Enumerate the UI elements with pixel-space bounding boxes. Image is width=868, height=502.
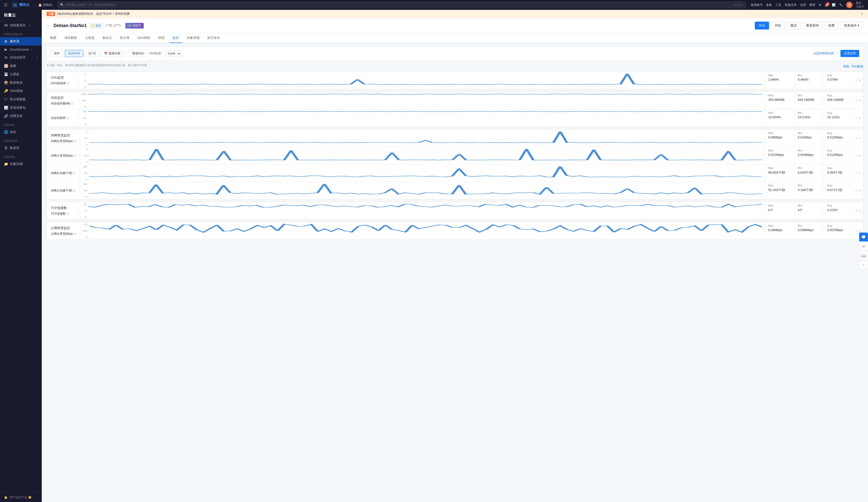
24h-button[interactable]: 近24小时: [65, 50, 83, 57]
nav-support[interactable]: 客服支持: [785, 3, 796, 7]
sidebar-item-object-storage[interactable]: 📁 对象存储: [0, 160, 42, 168]
tab-monitor[interactable]: 监控: [169, 33, 182, 43]
metric-info-icon[interactable]: ⓘ: [71, 102, 73, 106]
gear-icon[interactable]: 🔧: [839, 3, 843, 7]
expand-icon[interactable]: ⤢: [855, 136, 858, 140]
sidebar-item-game-zone[interactable]: 🎮 游戏服务区 ↗: [0, 21, 42, 30]
metric-info-icon[interactable]: ⓘ: [66, 82, 69, 85]
reset-password-button[interactable]: 重置密码: [803, 22, 823, 30]
expand-icon[interactable]: ⤢: [855, 171, 858, 175]
search-icon: 🔍: [60, 3, 64, 7]
more-icon[interactable]: ≡: [859, 171, 861, 175]
metric-info-icon[interactable]: ⓘ: [66, 116, 69, 120]
feedback-button[interactable]: ↩: [859, 242, 868, 251]
more-icon[interactable]: ≡: [859, 154, 861, 158]
sidebar-item-intranet[interactable]: 🔗 内网互联: [0, 112, 42, 120]
console-link[interactable]: 🏠 控制台: [34, 3, 53, 7]
metric-info-icon[interactable]: ⓘ: [73, 139, 76, 143]
expand-icon[interactable]: ⤢: [855, 116, 858, 120]
help-button[interactable]: 📖: [859, 251, 868, 260]
expand-icon[interactable]: ⤢: [855, 189, 858, 192]
calendar-icon: 📅: [104, 52, 107, 55]
more-icon[interactable]: ≡: [859, 209, 861, 213]
user-avatar[interactable]: 墨: [846, 2, 852, 8]
chart-sparkline: [89, 183, 762, 197]
promo-close-button[interactable]: ✕: [861, 12, 863, 16]
metric-info-icon[interactable]: ⓘ: [73, 171, 76, 175]
nav-trial[interactable]: 试用: [800, 3, 806, 7]
back-to-top-button[interactable]: ↑: [859, 261, 868, 269]
menu-icon[interactable]: ☰: [4, 3, 7, 7]
tab-backup[interactable]: 备份点: [99, 33, 115, 43]
metric-info-icon[interactable]: ⓘ: [73, 154, 76, 158]
tab-overview[interactable]: 概要: [46, 33, 60, 43]
tab-disk[interactable]: 云硬盘: [82, 33, 98, 43]
domain-icon: 🌐: [4, 130, 8, 134]
expand-icon[interactable]: ⤢: [855, 154, 858, 158]
more-icon[interactable]: ≡: [859, 116, 861, 120]
set-alert-button[interactable]: 设置告警: [840, 50, 859, 57]
tab-object-storage[interactable]: 对象存储: [183, 33, 203, 43]
sidebar-item-domain[interactable]: 🌐 域名: [0, 128, 42, 136]
tab-firewall[interactable]: 防火墙: [116, 33, 133, 43]
metric-info-icon[interactable]: ⓘ: [73, 232, 76, 236]
sidebar-item-backup[interactable]: 📦 数据备份: [0, 78, 42, 87]
y-axis-labels: 4 -2 -0 -: [80, 72, 87, 89]
sidebar-item-traffic[interactable]: 📊 优选流量包: [0, 103, 42, 112]
more-actions-button[interactable]: 更多操作 ▾: [840, 22, 863, 30]
tab-execute[interactable]: 执行命令: [204, 33, 224, 43]
nav-filing[interactable]: 备案: [766, 3, 772, 7]
nav-billing[interactable]: 费用: [809, 3, 815, 7]
expand-icon[interactable]: ⤢: [855, 99, 858, 102]
chart-area: 4 -2 -0 -: [79, 72, 765, 89]
chart-sparkline: [89, 224, 762, 237]
nav-tools[interactable]: 工具: [775, 3, 781, 7]
more-icon[interactable]: ≡: [859, 78, 861, 82]
restart-button[interactable]: 重启: [787, 22, 800, 30]
cloud-monitor-link[interactable]: 云监控帮助文档 ↗: [813, 51, 838, 56]
granularity-select[interactable]: 1分钟 5分钟 1小时: [165, 50, 181, 57]
info-icon: ℹ: [47, 64, 48, 67]
expand-icon[interactable]: ⤢: [855, 229, 858, 233]
more-icon[interactable]: ≡: [859, 99, 861, 102]
export-button[interactable]: 导出数据: [851, 64, 863, 69]
sidebar-item-image[interactable]: 🪟 镜像: [0, 62, 42, 70]
more-icon[interactable]: ≡: [859, 136, 861, 140]
realtime-button[interactable]: 实时: [51, 50, 63, 57]
sidebar-item-server[interactable]: 🖥 服务器: [0, 37, 42, 46]
more-icon[interactable]: ≡: [859, 229, 861, 233]
back-button[interactable]: ←: [46, 23, 51, 28]
chart-left-label: 内网入包量个/秒 ⓘ: [47, 182, 80, 199]
sidebar-item-disk[interactable]: 💾 云硬盘: [0, 70, 42, 78]
tab-ssh[interactable]: SSH密钥: [134, 33, 154, 43]
sidebar-item-firewall[interactable]: 🛡 防火墙模板: [0, 95, 42, 103]
sidebar-item-database[interactable]: 🗄 数据库: [0, 144, 42, 152]
login-button[interactable]: 登录: [755, 22, 769, 30]
tab-dns[interactable]: 域名解析: [61, 33, 81, 43]
nav-group-account[interactable]: 集团账号: [751, 3, 763, 7]
shutdown-button[interactable]: 关机: [771, 22, 785, 30]
sidebar-item-orcaterm[interactable]: ▶ OrcaTerminal ↗: [0, 46, 42, 53]
sidebar-item-automation[interactable]: ⚙ 自动化助手 ▾: [0, 53, 42, 62]
metric-info-icon[interactable]: ⓘ: [66, 212, 69, 215]
renew-button[interactable]: 续费: [825, 22, 838, 30]
monitor-icon[interactable]: 📊: [832, 3, 836, 7]
date-picker-button[interactable]: 📅 选择日期: [101, 50, 123, 57]
expand-icon[interactable]: ⤢: [855, 78, 858, 82]
promo-text: 2核2G4M云服务器限时秒杀，低至79元/年！享同价续费: [57, 12, 130, 16]
notification-bell[interactable]: 🔔 1: [825, 3, 828, 7]
expand-icon[interactable]: ⤢: [855, 209, 858, 213]
tab-snapshot[interactable]: 快照: [155, 33, 168, 43]
refresh-button[interactable]: 刷新: [844, 64, 849, 69]
compare-button[interactable]: 数据对比: [129, 50, 147, 57]
sidebar-feedback[interactable]: ⭐ 给产品打个分 ⭐: [0, 493, 42, 502]
chat-support-button[interactable]: 💬: [859, 233, 868, 241]
settings-icon[interactable]: ⚙: [819, 3, 822, 7]
ai-assistant-button[interactable]: ✨ AI助手: [125, 23, 143, 29]
sidebar-item-ssh[interactable]: 🔑 SSH密钥: [0, 87, 42, 95]
7day-button[interactable]: 近7天: [85, 50, 99, 57]
monitor-right-actions: 云监控帮助文档 ↗ 设置告警: [813, 50, 859, 57]
more-icon[interactable]: ≡: [859, 189, 861, 192]
metric-info-icon[interactable]: ⓘ: [73, 189, 76, 192]
search-bar[interactable]: 🔍 支持通过实例ID、IP、名称等搜索资源 快捷键 /: [58, 1, 746, 8]
